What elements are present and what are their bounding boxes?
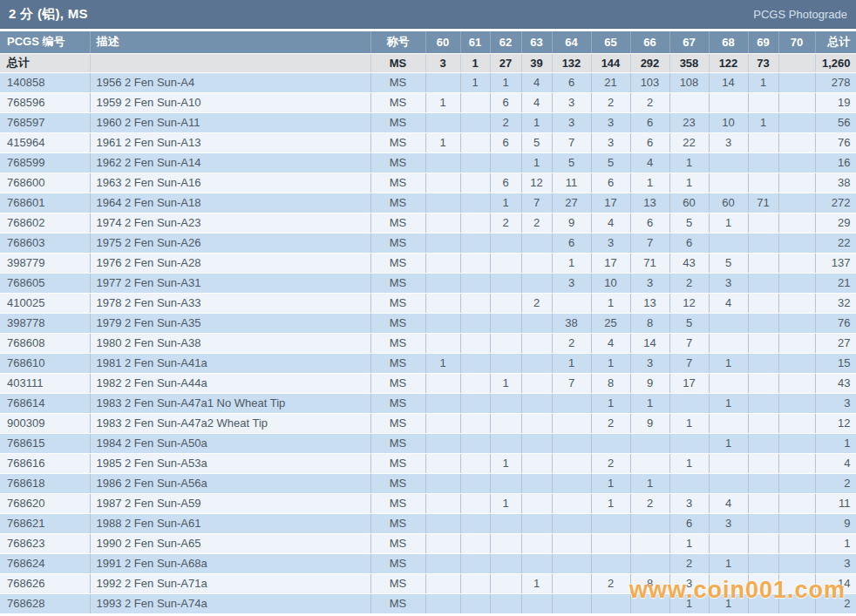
grade-count-64: 6 — [552, 233, 591, 253]
grade-count-67: 1 — [669, 152, 709, 173]
grade-count-62 — [490, 513, 521, 533]
photograde-link[interactable]: PCGS Photograde — [753, 8, 847, 21]
grade-count-61 — [460, 553, 490, 573]
coin-description: 1974 2 Fen Sun-A23 — [90, 213, 370, 233]
designation: MS — [370, 173, 425, 193]
coin-description: 1961 2 Fen Sun-A13 — [90, 132, 370, 152]
grade-count-65: 5 — [591, 152, 630, 173]
pcgs-number-link[interactable]: 398778 — [0, 313, 90, 333]
designation: MS — [370, 152, 425, 173]
pcgs-number-link[interactable]: 768620 — [0, 493, 90, 513]
pcgs-number-link[interactable]: 768621 — [0, 513, 90, 533]
designation: MS — [370, 473, 425, 493]
grade-count-70 — [778, 453, 815, 473]
pcgs-number-link[interactable]: 900309 — [0, 413, 90, 433]
grade-count-69 — [748, 353, 778, 373]
grade-count-61 — [460, 473, 490, 493]
grade-count-63: 2 — [521, 213, 552, 233]
grade-count-70 — [778, 553, 815, 573]
grade-count-68 — [709, 533, 748, 553]
grade-count-60 — [425, 112, 460, 132]
grade-count-62: 1 — [490, 453, 521, 473]
pcgs-number-link[interactable]: 768626 — [0, 573, 90, 593]
grade-count-64 — [552, 293, 591, 313]
grade-count-60 — [425, 593, 460, 613]
grade-count-68 — [709, 313, 748, 333]
grade-count-65: 17 — [591, 253, 630, 273]
column-header-11: 68 — [709, 31, 748, 53]
grade-count-68: 60 — [709, 193, 748, 213]
pcgs-number-link[interactable]: 768618 — [0, 473, 90, 493]
column-header-8: 65 — [591, 31, 630, 53]
grade-count-68: 4 — [709, 293, 748, 313]
pcgs-number-link[interactable]: 768608 — [0, 333, 90, 353]
grade-count-70 — [778, 393, 815, 413]
coin-description: 1985 2 Fen Sun-A53a — [90, 453, 370, 473]
grade-count-65: 4 — [591, 333, 630, 353]
pcgs-number-link[interactable]: 768599 — [0, 152, 90, 173]
pcgs-number-link[interactable]: 768610 — [0, 353, 90, 373]
grade-count-63: 7 — [521, 193, 552, 213]
grade-count-70 — [778, 92, 815, 112]
pcgs-number-link[interactable]: 768624 — [0, 553, 90, 573]
table-row: 7685961959 2 Fen Sun-A10MS16432219 — [0, 92, 856, 112]
grade-count-65: 4 — [591, 213, 630, 233]
grade-count-62 — [490, 333, 521, 353]
pcgs-number-link[interactable]: 768596 — [0, 92, 90, 112]
pcgs-number-link[interactable]: 768597 — [0, 112, 90, 132]
grade-count-61 — [460, 313, 490, 333]
pcgs-number-link[interactable]: 398779 — [0, 253, 90, 273]
pcgs-number-link[interactable]: 403111 — [0, 373, 90, 393]
grade-count-68 — [709, 92, 748, 112]
pcgs-number-link[interactable]: 768600 — [0, 173, 90, 193]
grade-count-62 — [490, 413, 521, 433]
designation: MS — [370, 553, 425, 573]
grade-count-65 — [591, 513, 630, 533]
grade-count-65: 21 — [591, 72, 630, 92]
grade-count-63 — [521, 313, 552, 333]
grade-count-66: 9 — [630, 373, 669, 393]
grade-count-60 — [425, 313, 460, 333]
table-row: 7686011964 2 Fen Sun-A18MS17271713606071… — [0, 193, 856, 213]
pcgs-number-link[interactable]: 768628 — [0, 593, 90, 613]
grade-count-65: 2 — [591, 573, 630, 593]
grade-count-61 — [460, 453, 490, 473]
grade-count-70 — [778, 593, 815, 613]
coin-description: 1986 2 Fen Sun-A56a — [90, 473, 370, 493]
grade-count-67: 12 — [669, 293, 709, 313]
pcgs-number-link[interactable]: 768614 — [0, 393, 90, 413]
grade-count-64 — [552, 513, 591, 533]
pcgs-number-link[interactable]: 410025 — [0, 293, 90, 313]
pcgs-number-link[interactable]: 768602 — [0, 213, 90, 233]
grade-count-64: 5 — [552, 152, 591, 173]
grade-count-60 — [425, 573, 460, 593]
grade-count-67: 60 — [669, 193, 709, 213]
grade-count-63 — [521, 353, 552, 373]
grade-count-64: 3 — [552, 112, 591, 132]
row-total: 1 — [815, 433, 856, 453]
grade-count-61 — [460, 593, 490, 613]
grade-count-65: 2 — [591, 453, 630, 473]
coin-description: 1975 2 Fen Sun-A26 — [90, 233, 370, 253]
grade-count-61 — [460, 152, 490, 173]
grade-count-66: 6 — [630, 112, 669, 132]
pcgs-number-link[interactable]: 768601 — [0, 193, 90, 213]
pcgs-number-link[interactable]: 768616 — [0, 453, 90, 473]
pcgs-number-link[interactable]: 768623 — [0, 533, 90, 553]
pcgs-number-link[interactable]: 415964 — [0, 132, 90, 152]
grade-count-63 — [521, 493, 552, 513]
pcgs-number-link[interactable]: 768605 — [0, 273, 90, 293]
table-row: 7686241991 2 Fen Sun-A68aMS213 — [0, 553, 856, 573]
pcgs-number-link[interactable]: 140858 — [0, 72, 90, 92]
grade-count-60 — [425, 493, 460, 513]
grade-count-68 — [709, 373, 748, 393]
pcgs-number-link[interactable]: 768603 — [0, 233, 90, 253]
row-total: 3 — [815, 393, 856, 413]
pcgs-number-link[interactable]: 768615 — [0, 433, 90, 453]
coin-description: 1993 2 Fen Sun-A74a — [90, 593, 370, 613]
grade-count-67 — [669, 393, 709, 413]
grade-count-69 — [748, 453, 778, 473]
grade-count-62: 1 — [490, 72, 521, 92]
grade-count-68 — [709, 233, 748, 253]
coin-description: 1959 2 Fen Sun-A10 — [90, 92, 370, 112]
